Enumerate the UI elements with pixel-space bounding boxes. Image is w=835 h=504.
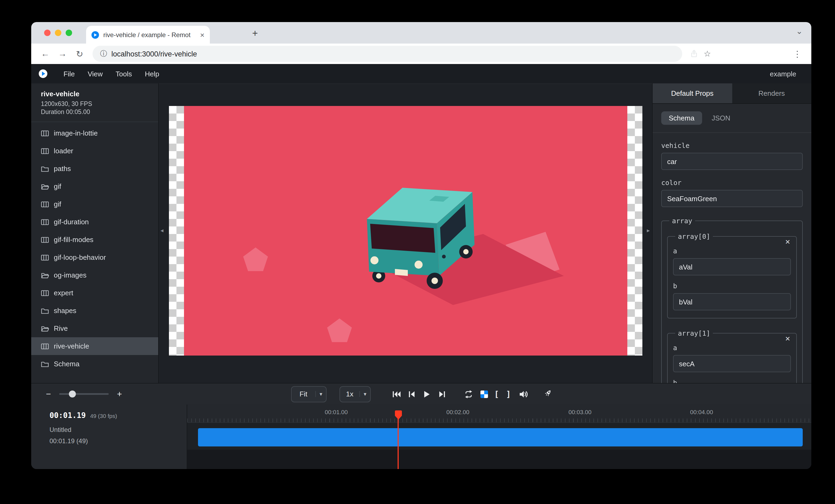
app-menubar: File View Tools Help example <box>31 64 811 83</box>
browser-tab-strip: rive-vehicle / example - Remot × + ⌄ <box>31 22 811 44</box>
array0-a-input[interactable] <box>673 258 791 275</box>
array1-a-input[interactable] <box>673 355 791 372</box>
sidebar-item-gif-loop-behavior[interactable]: gif-loop-behavior <box>31 249 158 266</box>
next-frame-button[interactable] <box>435 387 448 400</box>
chevron-down-icon: ▾ <box>360 391 370 397</box>
zoom-slider[interactable] <box>59 393 109 395</box>
folder-icon <box>41 165 49 172</box>
tab-strip-chevron-icon[interactable]: ⌄ <box>796 26 803 36</box>
remove-array-item-button[interactable]: ✕ <box>783 238 792 246</box>
zoom-out-button[interactable]: − <box>44 389 53 399</box>
subtab-json[interactable]: JSON <box>704 111 738 125</box>
reload-button[interactable]: ↻ <box>72 46 87 61</box>
tab-renders[interactable]: Renders <box>732 83 811 103</box>
array0-b-input[interactable] <box>673 293 791 310</box>
skip-to-start-button[interactable] <box>390 387 403 400</box>
sidebar-item-og-images[interactable]: og-images <box>31 266 158 284</box>
sidebar-item-rive-folder[interactable]: Rive <box>31 319 158 337</box>
collapse-props-chevron-icon[interactable]: ▸ <box>645 227 652 234</box>
traffic-lights <box>44 29 72 36</box>
sidebar-item-loader[interactable]: loader <box>31 142 158 160</box>
vehicle-input[interactable] <box>661 153 803 170</box>
zoom-slider-knob[interactable] <box>69 391 76 398</box>
sidebar-item-paths[interactable]: paths <box>31 160 158 177</box>
transport-controls: Fit ▾ 1x ▾ <box>291 383 551 404</box>
render-rocket-icon[interactable] <box>541 387 554 401</box>
folder-open-icon <box>41 272 49 278</box>
menu-help[interactable]: Help <box>139 64 166 83</box>
sidebar-item-shapes[interactable]: shapes <box>31 302 158 319</box>
b-field-label: b <box>673 379 791 383</box>
composition-title: rive-vehicle <box>41 90 148 98</box>
timeline-bottom-strip <box>187 450 811 469</box>
sidebar-item-rive-vehicle[interactable]: rive-vehicle <box>31 337 158 355</box>
a-field-label: a <box>673 344 791 352</box>
sequence-icon <box>41 343 49 349</box>
screen: rive-vehicle / example - Remot × + ⌄ ← →… <box>0 0 835 504</box>
loop-toggle-icon[interactable] <box>462 387 475 400</box>
back-button[interactable]: ← <box>38 46 53 61</box>
mute-toggle-icon[interactable] <box>517 387 530 400</box>
track-name[interactable]: Untitled <box>49 426 187 434</box>
new-tab-button[interactable]: + <box>248 27 262 40</box>
sidebar-item-gif-folder[interactable]: gif <box>31 177 158 195</box>
zoom-in-button[interactable]: + <box>115 389 124 399</box>
sequence-icon <box>41 219 49 225</box>
stage <box>169 106 643 356</box>
site-info-icon[interactable]: ⓘ <box>100 49 107 59</box>
subtab-schema[interactable]: Schema <box>661 111 702 125</box>
sequence-icon <box>41 236 49 243</box>
timeline-track[interactable] <box>198 428 803 446</box>
remove-array-item-button[interactable]: ✕ <box>783 335 792 343</box>
sidebar-item-expert[interactable]: expert <box>31 284 158 302</box>
navbar-actions: ☆ <box>690 49 711 59</box>
transparency-background-toggle[interactable] <box>481 390 488 398</box>
minimize-window-button[interactable] <box>55 29 61 36</box>
transport-buttons <box>390 387 448 400</box>
sidebar-item-label: gif-loop-behavior <box>54 253 106 261</box>
preview-canvas: ◂ ▸ <box>159 83 652 383</box>
sidebar-item-schema[interactable]: Schema <box>31 355 158 373</box>
tab-close-icon[interactable]: × <box>200 30 204 39</box>
in-point-button[interactable]: [ <box>493 389 500 399</box>
props-content: Schema JSON vehicle color array array[0]… <box>653 104 811 383</box>
playback-speed-select[interactable]: 1x ▾ <box>340 386 371 402</box>
sidebar-item-gif[interactable]: gif <box>31 195 158 213</box>
folder-icon <box>41 361 49 367</box>
fit-select[interactable]: Fit ▾ <box>291 386 327 402</box>
playhead-line[interactable] <box>398 413 399 469</box>
sidebar-item-gif-duration[interactable]: gif-duration <box>31 213 158 231</box>
ruler-label: 00:02.00 <box>446 409 469 415</box>
timeline-left-panel: 00:01.19 49 (30 fps) Untitled 00:01.19 (… <box>31 404 187 469</box>
track-duration: 00:01.19 (49) <box>49 437 187 445</box>
playback-toolbar: − + Fit ▾ 1x ▾ <box>31 383 811 404</box>
previous-frame-button[interactable] <box>405 387 418 400</box>
composition-meta: 1200x630, 30 FPS <box>41 101 148 107</box>
sidebar-item-image-in-lottie[interactable]: image-in-lottie <box>31 124 158 142</box>
forward-button[interactable]: → <box>55 46 70 61</box>
menu-view[interactable]: View <box>81 64 109 83</box>
close-window-button[interactable] <box>44 29 50 36</box>
sidebar-item-gif-fill-modes[interactable]: gif-fill-modes <box>31 231 158 249</box>
a-field-label: a <box>673 247 791 255</box>
play-button[interactable] <box>420 387 433 400</box>
tab-default-props[interactable]: Default Props <box>653 83 732 103</box>
main-area: rive-vehicle 1200x630, 30 FPS Duration 0… <box>31 83 811 383</box>
address-bar[interactable]: ⓘ localhost:3000/rive-vehicle <box>93 46 682 62</box>
browser-tab[interactable]: rive-vehicle / example - Remot × <box>86 26 210 44</box>
color-input[interactable] <box>661 190 803 207</box>
b-field-label: b <box>673 282 791 290</box>
menu-tools[interactable]: Tools <box>109 64 139 83</box>
share-icon[interactable] <box>690 49 698 58</box>
collapse-sidebar-chevron-icon[interactable]: ◂ <box>159 227 165 234</box>
folder-icon <box>41 308 49 314</box>
browser-menu-icon[interactable]: ⋮ <box>793 49 805 59</box>
sequence-icon <box>41 130 49 136</box>
bookmark-star-icon[interactable]: ☆ <box>704 49 711 59</box>
vehicle-field-label: vehicle <box>661 142 803 149</box>
maximize-window-button[interactable] <box>66 29 72 36</box>
menu-file[interactable]: File <box>57 64 81 83</box>
timeline-ruler[interactable]: 00:01.00 00:02.00 00:03.00 00:04.00 <box>187 404 811 423</box>
sidebar-item-label: paths <box>54 165 71 173</box>
out-point-button[interactable]: ] <box>505 389 512 399</box>
